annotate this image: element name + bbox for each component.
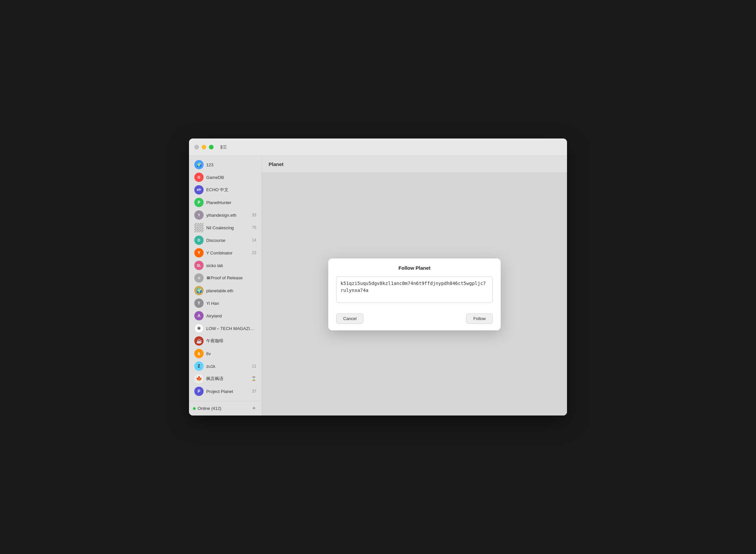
sidebar-label-6v: 6v — [206, 351, 255, 356]
sidebar-item-lowtech[interactable]: ✳ LOW←TECH MAGAZINE — [190, 322, 260, 335]
modal-footer: Cancel Follow — [328, 310, 501, 330]
avatar-wuye: ☕ — [194, 336, 204, 346]
avatar-sickolab: SL — [194, 261, 204, 270]
avatar-gamedb: G — [194, 173, 204, 182]
avatar-nil-coalescing — [194, 223, 204, 232]
sidebar-label-airyland: Airyland — [206, 314, 255, 319]
svg-rect-0 — [220, 145, 222, 149]
sidebar-item-nil-coalescing[interactable]: Nil Coalescing 75 — [190, 221, 260, 234]
sidebar-label-gamedb: GameDB — [206, 175, 255, 180]
planet-address-input[interactable]: k51qzi5uqu5dgv8kzl1anc0m74n6t9ffdjnypdh8… — [336, 276, 493, 303]
follow-planet-modal: Follow Planet k51qzi5uqu5dgv8kzl1anc0m74… — [328, 259, 501, 330]
sidebar-badge-fengyan: ⌛ — [251, 376, 256, 381]
sidebar-item-discourse[interactable]: D Discourse 14 — [190, 234, 260, 246]
page-title: Planet — [268, 161, 284, 167]
sidebar-label-proof: 〓Proof of Release — [206, 275, 255, 281]
minimize-button[interactable] — [202, 145, 206, 150]
main-header: Planet — [262, 156, 567, 173]
sidebar-item-sickolab[interactable]: SL sicko lab — [190, 259, 260, 272]
sidebar-item-airyland[interactable]: A Airyland — [190, 310, 260, 322]
follow-button[interactable]: Follow — [466, 314, 493, 324]
avatar-echo: E中 — [194, 185, 204, 195]
sidebar-badge-nil-coalescing: 75 — [252, 225, 256, 230]
sidebar-label-yihandesign: yihandesign.eth — [206, 213, 251, 218]
main-content: Follow Planet k51qzi5uqu5dgv8kzl1anc0m74… — [262, 173, 567, 416]
sidebar-item-123[interactable]: 🌍 123 — [190, 158, 260, 171]
avatar-ycombinator: Y — [194, 248, 204, 258]
avatar-yihandesign: Y — [194, 210, 204, 220]
sidebar-label-123: 123 — [206, 162, 255, 167]
online-indicator — [193, 407, 196, 410]
avatar-6v: 6 — [194, 349, 204, 358]
sidebar-item-gamedb[interactable]: G GameDB — [190, 171, 260, 183]
modal-overlay: Follow Planet k51qzi5uqu5dgv8kzl1anc0m74… — [262, 173, 567, 416]
sidebar-item-zu1k[interactable]: Z zu1k 11 — [190, 360, 260, 373]
sidebar-label-nil-coalescing: Nil Coalescing — [206, 225, 251, 230]
close-button[interactable] — [194, 145, 199, 150]
sidebar-item-yihan[interactable]: Y Yi Han — [190, 297, 260, 310]
avatar-zu1k: Z — [194, 362, 204, 371]
svg-rect-2 — [223, 147, 226, 148]
avatar-discourse: D — [194, 235, 204, 245]
sidebar-label-echo: ECHO 中文 — [206, 187, 255, 193]
avatar-yihan: Y — [194, 298, 204, 308]
avatar-proof: ≡ — [194, 273, 204, 283]
sidebar-label-wuye: 午夜咖啡 — [206, 338, 255, 344]
sidebar-badge-projectplanet: 37 — [252, 389, 256, 394]
sidebar-item-echo[interactable]: E中 ECHO 中文 — [190, 183, 260, 196]
sidebar-item-planetable[interactable]: 🌍 planetable.eth — [190, 284, 260, 297]
svg-rect-1 — [223, 145, 226, 146]
sidebar-label-lowtech: LOW←TECH MAGAZINE — [206, 326, 255, 331]
sidebar-item-wuye[interactable]: ☕ 午夜咖啡 — [190, 335, 260, 347]
app-window: 🌍 123 G GameDB E中 ECHO 中文 — [189, 138, 567, 416]
traffic-lights — [194, 145, 213, 150]
sidebar-item-fengyan[interactable]: 🍁 枫言枫语 ⌛ — [190, 373, 260, 385]
sidebar-label-discourse: Discourse — [206, 238, 251, 243]
avatar-projectplanet: P — [194, 387, 204, 396]
app-body: 🌍 123 G GameDB E中 ECHO 中文 — [189, 156, 567, 416]
sidebar-badge-ycombinator: 23 — [252, 251, 256, 255]
sidebar-badge-zu1k: 11 — [252, 364, 256, 369]
sidebar-item-6v[interactable]: 6 6v — [190, 347, 260, 360]
maximize-button[interactable] — [209, 145, 213, 150]
online-label: Online (412) — [198, 406, 250, 411]
avatar-planetable: 🌍 — [194, 286, 204, 295]
sidebar-label-yihan: Yi Han — [206, 301, 255, 306]
cancel-button[interactable]: Cancel — [336, 314, 363, 324]
sidebar-item-planethunter[interactable]: P PlanetHunter — [190, 196, 260, 209]
main-area: Planet Follow Planet k51qzi5uqu5dgv8kzl1… — [262, 156, 567, 416]
avatar-123: 🌍 — [194, 160, 204, 169]
avatar-airyland: A — [194, 311, 204, 320]
modal-title: Follow Planet — [399, 265, 431, 271]
sidebar-label-projectplanet: Project Planet — [206, 389, 251, 394]
sidebar-item-yihandesign[interactable]: Y yihandesign.eth 33 — [190, 209, 260, 221]
avatar-lowtech: ✳ — [194, 324, 204, 333]
sidebar-label-zu1k: zu1k — [206, 364, 251, 369]
sidebar-label-ycombinator: Y Combinator — [206, 251, 251, 256]
sidebar-label-planetable: planetable.eth — [206, 288, 255, 293]
modal-body: k51qzi5uqu5dgv8kzl1anc0m74n6t9ffdjnypdh8… — [328, 276, 501, 310]
titlebar — [189, 138, 567, 156]
sidebar-item-ycombinator[interactable]: Y Y Combinator 23 — [190, 246, 260, 259]
sidebar-toggle-button[interactable] — [219, 144, 228, 151]
add-planet-button[interactable]: + — [250, 405, 258, 412]
sidebar-item-projectplanet[interactable]: P Project Planet 37 — [190, 385, 260, 398]
avatar-planethunter: P — [194, 198, 204, 207]
modal-header: Follow Planet — [328, 259, 501, 276]
sidebar-item-proof[interactable]: ≡ 〓Proof of Release — [190, 272, 260, 284]
svg-rect-3 — [223, 148, 226, 149]
sidebar-badge-yihandesign: 33 — [252, 213, 256, 217]
sidebar-list: 🌍 123 G GameDB E中 ECHO 中文 — [189, 156, 262, 401]
sidebar-label-fengyan: 枫言枫语 — [206, 376, 250, 382]
avatar-fengyan: 🍁 — [194, 374, 204, 383]
sidebar-label-planethunter: PlanetHunter — [206, 200, 255, 205]
sidebar-badge-discourse: 14 — [252, 238, 256, 242]
sidebar: 🌍 123 G GameDB E中 ECHO 中文 — [189, 156, 262, 416]
sidebar-footer: Online (412) + — [189, 401, 262, 416]
sidebar-label-sickolab: sicko lab — [206, 263, 255, 268]
